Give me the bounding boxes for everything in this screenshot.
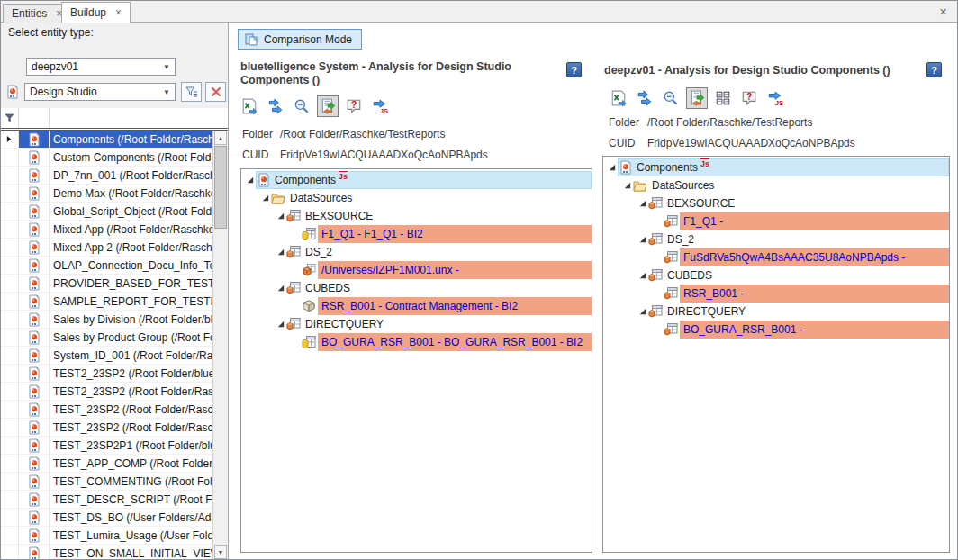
tab-close-icon[interactable]: ×: [115, 7, 122, 18]
tree-node-universe[interactable]: /Universes/IZPF1M001.unx -: [241, 261, 592, 279]
tree-node-bexsource[interactable]: BEXSOURCE: [603, 194, 949, 212]
help-button[interactable]: ?: [566, 62, 582, 77]
list-item[interactable]: TEST2_23SP2 (/Root Folder/bluetellig: [1, 365, 212, 383]
scrollbar-down-button[interactable]: ▼: [214, 545, 227, 559]
list-item[interactable]: TEST_DESCR_SCRIPT (/Root Folder/F: [1, 491, 212, 509]
list-item[interactable]: TEST_DS_BO (/User Folders/Administ: [1, 509, 212, 527]
expand-triangle-icon[interactable]: [245, 176, 256, 184]
right-panel-toolbar: [608, 87, 786, 109]
tree-node-datasources[interactable]: DataSources: [603, 176, 949, 194]
expand-triangle-icon[interactable]: [622, 182, 633, 189]
design-studio-app-icon: [19, 275, 50, 292]
list-item[interactable]: OLAP_Connection_Docu_Info_Test (/: [1, 257, 212, 275]
tree-node-components[interactable]: Components Js: [603, 158, 949, 176]
expand-triangle-icon[interactable]: [637, 308, 648, 315]
list-item[interactable]: PROVIDER_BASED_FOR_TESTING (/F: [1, 275, 212, 293]
tree-node-ds2[interactable]: DS_2: [603, 230, 949, 248]
tree-node-components[interactable]: Components Js: [241, 171, 592, 189]
design-studio-app-icon: [19, 437, 50, 454]
folder-value: /Root Folder/Raschke/TestReports: [647, 116, 812, 129]
js-transfer-button[interactable]: [764, 87, 786, 109]
compare-documents-button[interactable]: [686, 87, 708, 109]
list-item[interactable]: SAMPLE_REPORT_FOR_TESTING_M (: [1, 293, 212, 311]
zoom-out-button[interactable]: [291, 95, 312, 117]
filter-editor-button[interactable]: [181, 82, 202, 102]
list-item[interactable]: Mixed App (/Root Folder/Raschke/De: [1, 221, 212, 239]
help-button[interactable]: ?: [926, 62, 942, 77]
list-item[interactable]: TEST_23SP2 (/Root Folder/Raschke/L: [1, 419, 212, 437]
filter-funnel-cell[interactable]: [1, 108, 19, 128]
scrollbar-thumb[interactable]: [214, 146, 227, 229]
list-item[interactable]: TEST_COMMENTING (/Root Folder/bl: [1, 473, 212, 491]
expand-triangle-icon[interactable]: [637, 236, 648, 243]
tree-node-directquery[interactable]: DIRECTQUERY: [603, 303, 949, 321]
list-item[interactable]: Global_Script_Object (/Root Folder/R: [1, 203, 212, 221]
expand-triangle-icon[interactable]: [637, 272, 648, 279]
list-item[interactable]: Custom Components (/Root Folder/Ra: [1, 149, 212, 167]
excel-export-button[interactable]: [608, 87, 629, 109]
selected-node-highlight: Components Js: [256, 171, 592, 189]
list-item[interactable]: Mixed App 2 (/Root Folder/Raschke/D: [1, 239, 212, 257]
list-item[interactable]: TEST_ON_SMALL_INITIAL_VIEW (/Rc: [1, 545, 212, 559]
list-item[interactable]: TEST_23SP2P1 (/Root Folder/bluetelli: [1, 437, 212, 455]
tree-node-cuid-leaf[interactable]: FuSdRVa5hQwA4BsAAAC35U8AoNPBApds -: [603, 248, 949, 266]
list-item[interactable]: System_ID_001 (/Root Folder/Raschk: [1, 347, 212, 365]
expand-triangle-icon[interactable]: [607, 164, 618, 171]
comparison-mode-button[interactable]: Comparison Mode: [238, 29, 362, 50]
tree-node-rsrb001[interactable]: RSR_B001 - Contract Management - BI2: [241, 297, 592, 315]
filter-cell-icon-col[interactable]: [19, 108, 50, 128]
datasource-icon: [664, 286, 680, 301]
comment-button[interactable]: [343, 95, 365, 117]
expand-triangle-icon[interactable]: [260, 194, 271, 202]
design-studio-app-icon: [19, 149, 50, 166]
list-item[interactable]: Sales by Product Group (/Root Folder: [1, 329, 212, 347]
tree-node-bogura[interactable]: BO_GURA_RSR_B001 - BO_GURA_RSR_B001 - BI…: [241, 333, 592, 351]
clear-filter-button[interactable]: [205, 82, 226, 102]
expand-triangle-icon[interactable]: [276, 212, 286, 220]
zoom-out-button[interactable]: [660, 87, 682, 109]
transfer-button[interactable]: [634, 87, 655, 109]
list-item[interactable]: DP_7nn_001 (/Root Folder/Raschke/T: [1, 167, 212, 185]
expand-triangle-icon[interactable]: [276, 321, 286, 328]
list-item[interactable]: TEST_APP_COMP (/Root Folder/bluet: [1, 455, 212, 473]
compare-documents-button[interactable]: [317, 95, 339, 117]
tree-node-bogura[interactable]: BO_GURA_RSR_B001 -: [603, 321, 949, 339]
funnel-lines-icon: [185, 85, 199, 99]
scrollbar-up-button[interactable]: ▲: [214, 131, 227, 145]
tree-node-datasources[interactable]: DataSources: [241, 189, 592, 207]
tree-node-f1q1[interactable]: F1_Q1 -: [603, 212, 949, 230]
transfer-button[interactable]: [265, 95, 286, 117]
entity-type-dropdown[interactable]: Design Studio ▼: [24, 83, 176, 101]
tab-buildup[interactable]: Buildup ×: [61, 2, 131, 23]
tree-node-cubeds[interactable]: CUBEDS: [241, 279, 592, 297]
expand-triangle-icon[interactable]: [276, 285, 286, 292]
excel-export-icon: [610, 90, 627, 106]
expand-triangle-icon[interactable]: [637, 200, 648, 207]
list-item[interactable]: Sales by Division (/Root Folder/bluete: [1, 311, 212, 329]
tree-node-f1q1[interactable]: F1_Q1 - F1_Q1 - BI2: [241, 225, 592, 243]
list-item[interactable]: TEST2_23SP2 (/Root Folder/Raschke,: [1, 383, 212, 401]
tree-node-directquery[interactable]: DIRECTQUERY: [241, 315, 592, 333]
close-icon[interactable]: ×: [939, 4, 947, 19]
tree-node-cubeds[interactable]: CUBEDS: [603, 266, 949, 285]
tree-node-rsrb001[interactable]: RSR_B001 -: [603, 285, 949, 303]
design-studio-app-icon: [19, 509, 50, 526]
design-studio-app-icon: [19, 383, 50, 400]
filter-cell-name-col[interactable]: [50, 108, 228, 128]
list-item[interactable]: Components (/Root Folder/Raschke/T: [1, 131, 212, 149]
list-scrollbar[interactable]: ▲ ▼: [212, 131, 228, 559]
row-selector-arrow-icon: [5, 135, 14, 143]
js-transfer-button[interactable]: [369, 95, 391, 117]
list-item[interactable]: TEST_Lumira_Usage (/User Folders/A: [1, 527, 212, 545]
list-item[interactable]: TEST_23SP2 (/Root Folder/Raschke/D: [1, 401, 212, 419]
zoom-out-icon: [294, 98, 310, 114]
excel-export-button[interactable]: [239, 95, 260, 117]
system-dropdown[interactable]: deepzv01 ▼: [26, 58, 176, 76]
grid-view-button[interactable]: [712, 87, 734, 109]
grid-filter-row[interactable]: [1, 108, 228, 128]
tree-node-bexsource[interactable]: BEXSOURCE: [241, 207, 592, 225]
tree-node-ds2[interactable]: DS_2: [241, 243, 592, 261]
comment-button[interactable]: [738, 87, 760, 109]
expand-triangle-icon[interactable]: [276, 248, 286, 256]
list-item[interactable]: Demo Max (/Root Folder/Raschke): [1, 185, 212, 203]
